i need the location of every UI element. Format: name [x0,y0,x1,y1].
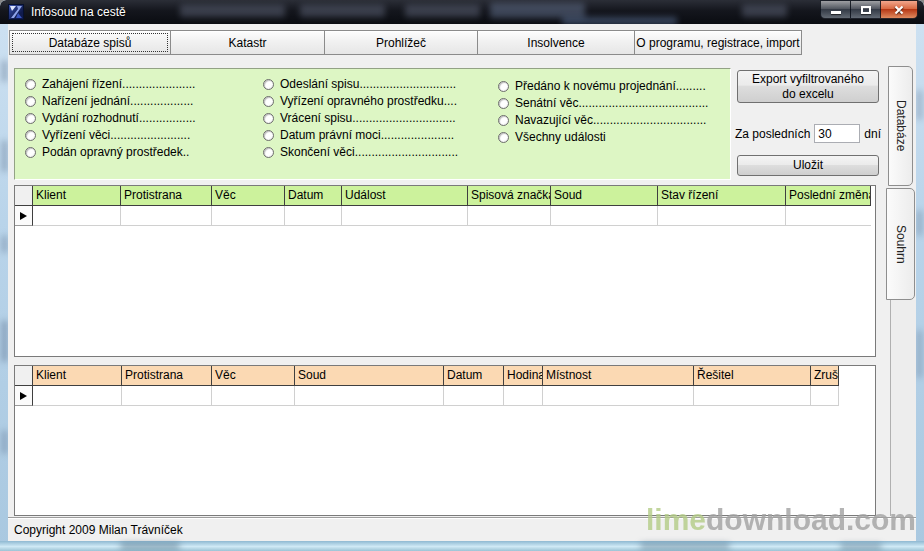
tab-insolvence[interactable]: Insolvence [477,30,635,55]
column-header[interactable]: Klient [33,366,122,386]
column-header[interactable]: Spisová značka [468,186,551,206]
filter-panel: Zahájení řízení...................... Na… [14,68,731,180]
glass-blur-blob [917,330,922,378]
window-title: Infosoud na cestě [31,5,126,19]
period-prefix-label: Za posledních [735,127,810,141]
hearings-grid-header: Klient Protistrana Věc Soud Datum Hodina… [15,366,875,386]
column-header[interactable]: Místnost [543,366,694,386]
radio-icon [263,113,274,124]
row-pointer-icon [20,392,27,400]
tab-prohlizec[interactable]: Prohlížeč [324,30,478,55]
radio-odeslani-spisu[interactable]: Odeslání spisu..........................… [263,77,456,91]
radio-label: Předáno k novému projednání......... [515,79,706,93]
save-button[interactable]: Uložit [737,155,879,176]
glass-blur-blob [2,235,7,253]
radio-icon [25,96,36,107]
days-input[interactable] [814,124,860,143]
table-row[interactable] [15,386,875,406]
tab-databaze-spisu[interactable]: Databáze spisů [9,30,171,55]
radio-icon [498,115,509,126]
glass-blur-blob [840,544,882,549]
glass-blur-blob [2,140,7,172]
current-row-indicator [15,206,33,226]
radio-icon [498,132,509,143]
vertical-tab-souhrn[interactable]: Souhrn [886,188,915,300]
radio-icon [25,130,36,141]
tab-o-programu[interactable]: O programu, registrace, import [634,30,802,55]
events-grid[interactable]: Klient Protistrana Věc Datum Událost Spi… [14,185,876,357]
events-grid-header: Klient Protistrana Věc Datum Událost Spi… [15,186,875,206]
column-header[interactable]: Datum [285,186,342,206]
column-header[interactable]: Věc [212,366,295,386]
radio-skonceni-veci[interactable]: Skončení věci...........................… [263,145,458,159]
glass-blur-blob [2,320,7,362]
client-area: Databáze spisů Katastr Prohlížeč Insolve… [8,24,916,541]
column-header[interactable]: Hodina [504,366,543,386]
column-header[interactable]: Protistrana [122,366,212,386]
glass-blur-blob [917,210,922,236]
radio-label: Datum právní moci...................... [280,128,454,142]
current-row-indicator [15,386,33,406]
radio-vydani-rozhodnuti[interactable]: Vydání rozhodnutí................. [25,111,196,125]
radio-navazujici-vec[interactable]: Navazující věc..........................… [498,113,706,127]
radio-icon [498,98,509,109]
column-header[interactable]: Klient [33,186,121,206]
column-header[interactable]: Soud [295,366,444,386]
column-header[interactable]: Řešitel [694,366,811,386]
watermark-rest: download.com [706,503,916,536]
radio-icon [263,79,274,90]
background-ghost [300,5,385,17]
column-header[interactable]: Datum [444,366,504,386]
radio-vraceni-spisu[interactable]: Vrácení spisu...........................… [263,111,456,125]
glass-blur-blob [120,543,180,549]
minimize-button[interactable] [820,0,851,19]
radio-label: Nařízení jednání................... [42,94,193,108]
tab-strip: Databáze spisů Katastr Prohlížeč Insolve… [10,30,802,55]
radio-label: Senátní věc.............................… [515,96,708,110]
background-ghost [742,5,787,17]
column-header[interactable]: Událost [342,186,468,206]
maximize-button[interactable] [850,0,881,19]
radio-label: Navazující věc..........................… [515,113,706,127]
radio-senatni-vec[interactable]: Senátní věc.............................… [498,96,708,110]
column-header[interactable]: Věc [212,186,285,206]
radio-icon [25,113,36,124]
window-bottom-border [0,541,924,551]
radio-vyrizeni-opravneho-prostredku[interactable]: Vyřízení opravného prostředku.... [263,94,457,108]
background-ghost [405,5,480,17]
background-ghost [490,3,585,18]
radio-icon [263,130,274,141]
radio-vsechny-udalosti[interactable]: Všechny události [498,130,606,144]
column-header[interactable]: Zruše [811,366,839,386]
radio-label: Vyřízení věci........................ [42,128,190,142]
background-ghost [180,5,285,17]
column-header[interactable]: Stav řízení [658,186,786,206]
radio-vyrizeni-veci[interactable]: Vyřízení věci........................ [25,128,190,142]
row-selector-header [15,366,33,386]
column-header[interactable]: Poslední změna [786,186,871,206]
column-header[interactable]: Protistrana [121,186,212,206]
hearings-grid[interactable]: Klient Protistrana Věc Soud Datum Hodina… [14,365,876,516]
radio-predano-k-novemu-projednani[interactable]: Předáno k novému projednání......... [498,79,706,93]
column-header[interactable]: Soud [551,186,658,206]
table-row[interactable] [15,206,875,226]
radio-label: Skončení věci...........................… [280,145,458,159]
close-button[interactable] [880,0,918,19]
titlebar[interactable]: Infosoud na cestě [0,0,924,24]
radio-podan-opravny-prostredek[interactable]: Podán opravný prostředek.. [25,145,189,159]
row-pointer-icon [20,212,27,220]
glass-blur-blob [640,543,730,549]
close-icon [893,4,905,16]
background-ghost [562,17,677,24]
tab-katastr[interactable]: Katastr [170,30,325,55]
window-controls [821,0,918,19]
vertical-tab-databaze[interactable]: Databáze [888,66,913,186]
radio-zahajeni-rizeni[interactable]: Zahájení řízení...................... [25,77,195,91]
period-filter: Za posledních dní [735,124,881,143]
radio-label: Odeslání spisu..........................… [280,77,456,91]
export-to-excel-button[interactable]: Export vyfiltrovaného do excelu [737,70,879,103]
radio-narizeni-jednani[interactable]: Nařízení jednání................... [25,94,193,108]
app-icon[interactable] [8,4,24,20]
radio-datum-pravni-moci[interactable]: Datum právní moci...................... [263,128,454,142]
glass-blur-blob [2,60,7,82]
